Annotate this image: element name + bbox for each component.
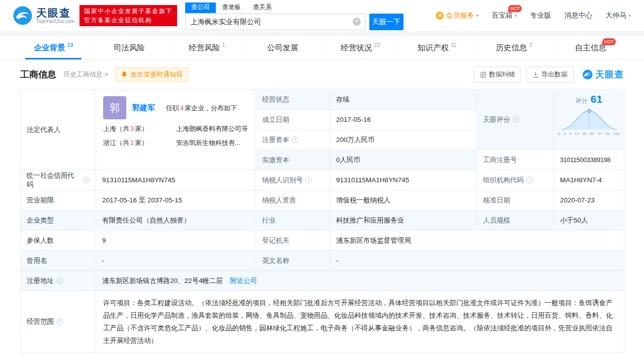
section-header: 工商信息 历史工商信息 > 发生变更时通知我 数据纠错 <box>20 60 624 89</box>
certification-badge-line1: 国家中小企业发展子基金旗下 <box>84 7 173 16</box>
export-data-button[interactable]: 导出数据 <box>526 66 574 83</box>
menu-pro-version[interactable]: 专业版 <box>530 11 551 20</box>
field-company-type-label: 企业类型 <box>21 210 96 231</box>
field-industry-value: 科技推广和应用服务业 <box>330 210 477 231</box>
chevron-down-icon: ▾ <box>628 13 631 18</box>
tianyancha-logo-icon <box>13 6 32 25</box>
score-value: 61 <box>591 93 602 105</box>
nav-tab-label: 历史信息 <box>496 43 527 53</box>
hot-badge: HOT <box>508 5 522 12</box>
nav-tab-company-development[interactable]: 公司发展 <box>246 36 323 59</box>
nav-tab-label: 司法风险 <box>114 43 145 53</box>
legal-rep-avatar[interactable]: 郭 <box>103 96 126 119</box>
nav-tab-count: 19 <box>67 42 73 48</box>
field-approved-key: 核准日期 <box>477 190 554 210</box>
search-tab-relation[interactable]: 查关系 <box>247 3 278 13</box>
tianyancha-watermark: 天眼查 <box>583 68 624 81</box>
related-company-link[interactable]: 安吉凯辰生物科技有... <box>176 138 240 148</box>
field-reg-no-key: 工商注册号 <box>477 150 554 170</box>
watermark-label: 天眼查 <box>595 68 624 81</box>
username: 大仲马 <box>605 11 626 20</box>
notify-on-change-button[interactable]: 发生变更时通知我 <box>115 67 188 82</box>
certification-badge: 国家中小企业发展子基金旗下 官方备案企业征信机构 <box>79 5 177 26</box>
field-staff-size-key: 人员规模 <box>477 210 554 231</box>
field-insured-label: 参保人数 <box>21 231 96 251</box>
field-former-name-label: 曾用名 <box>21 251 96 271</box>
related-company-link[interactable]: 上海朗枫香料有限公司等 <box>176 124 248 133</box>
field-scope-value: 许可项目：各类工程建设活动。（依法须经批准的项目，经相关部门批准后方可开展经营活… <box>96 291 624 353</box>
field-reg-capital-key: 注册资本? <box>256 130 330 150</box>
nav-tab-self-info[interactable]: 自主信息 HOT <box>552 36 629 59</box>
info-icon[interactable]: ? <box>305 177 312 183</box>
nearby-companies-link[interactable]: 附近公司 <box>230 276 257 285</box>
field-reg-no-value: 310115003389198 <box>554 150 624 170</box>
brand-domain: TianYanCha.com <box>36 19 74 24</box>
header-separator <box>0 31 644 36</box>
score-chart-cell: 评分 61 0131350859799100 <box>554 90 624 150</box>
field-org-code-key: 组织机构代码? <box>477 170 554 190</box>
tenure-region-row: 浙江（共1家） 安吉凯辰生物科技有... <box>103 138 249 148</box>
field-tax-id-value: 91310115MA1H8YN745 <box>330 170 477 190</box>
menu-message-center[interactable]: 消息中心 <box>564 11 592 20</box>
score-curve-chart <box>558 106 620 131</box>
chevron-down-icon: ▾ <box>476 13 478 18</box>
nav-tab-label: 经营风险 <box>189 43 220 53</box>
field-term-label: 营业期限 <box>21 190 96 210</box>
menu-vip-services[interactable]: ♛ 会员服务 ▾ <box>436 11 478 20</box>
menu-pro-label: 专业版 <box>530 11 551 20</box>
history-business-info-link[interactable]: 历史工商信息 > <box>63 70 108 79</box>
field-address-value: 浦东新区新场镇古博路20、22号4幢二层 附近公司 <box>96 271 624 291</box>
nav-tab-operation-risk[interactable]: 经营风险1 <box>169 36 246 59</box>
data-correction-label: 数据纠错 <box>489 70 515 79</box>
field-reg-capital-value: 200万人民币 <box>330 130 477 150</box>
field-industry-key: 行业 <box>256 210 330 231</box>
info-icon[interactable]: ? <box>56 319 63 325</box>
company-nav-tabs: 企业背景19 司法风险 经营风险1 公司发展 经营状况23 知识产权11 历史信… <box>0 36 644 60</box>
nav-tab-judicial-risk[interactable]: 司法风险 <box>92 36 169 59</box>
info-icon[interactable]: ? <box>526 177 533 183</box>
tianyancha-logo[interactable]: 天眼查 TianYanCha.com <box>13 6 74 25</box>
info-icon[interactable]: ? <box>83 177 90 183</box>
nav-tab-label: 公司发展 <box>267 43 298 53</box>
field-former-name-value: - <box>96 251 256 271</box>
field-score-key: 天眼评分? <box>477 90 554 150</box>
nav-tab-operation-status[interactable]: 经营状况23 <box>322 36 399 59</box>
info-icon[interactable]: ? <box>292 136 298 143</box>
field-status-key: 经营状态 <box>256 90 330 110</box>
nav-tab-label: 企业背景 <box>34 43 65 53</box>
info-icon[interactable]: ? <box>56 277 63 284</box>
field-address-label: 注册地址? <box>21 271 96 291</box>
nav-tab-label: 知识产权 <box>418 43 449 53</box>
search-tabs: 查公司 查老板 查关系 <box>185 3 404 13</box>
nav-tab-intellectual-property[interactable]: 知识产权11 <box>399 36 476 59</box>
search-button[interactable]: 天眼一下 <box>369 14 404 30</box>
nav-tab-history-info[interactable]: 历史信息3 <box>475 36 552 59</box>
nav-tab-company-background[interactable]: 企业背景19 <box>15 36 92 59</box>
section-title: 工商信息 <box>20 68 56 81</box>
legal-rep-name-link[interactable]: 郭建军 <box>132 103 155 112</box>
nav-tab-count: 23 <box>374 42 380 48</box>
field-paid-capital-key: 实缴资本 <box>256 150 330 170</box>
business-info-section: 工商信息 历史工商信息 > 发生变更时通知我 数据纠错 <box>0 60 644 360</box>
field-established-key: 成立日期 <box>256 110 330 130</box>
tianyancha-logo-icon <box>583 69 593 80</box>
search-tab-company[interactable]: 查公司 <box>185 3 216 13</box>
search-tab-boss[interactable]: 查老板 <box>216 3 247 13</box>
hot-badge: HOT <box>602 38 616 45</box>
brand-name: 天眼查 <box>36 7 74 19</box>
edit-document-icon <box>480 71 487 78</box>
data-correction-button[interactable]: 数据纠错 <box>474 66 521 83</box>
field-paid-capital-value: 0人民币 <box>330 150 477 170</box>
nav-tab-label: 经营状况 <box>341 43 372 53</box>
menu-user-account[interactable]: 大仲马 ▾ <box>605 11 631 20</box>
search-area: 查公司 查老板 查关系 × 天眼一下 <box>185 3 404 30</box>
info-icon[interactable]: ? <box>513 116 519 123</box>
menu-toolbox[interactable]: HOT 百宝箱 ▾ <box>492 11 517 20</box>
search-input[interactable] <box>185 14 365 30</box>
field-staff-size-value: 小于50人 <box>554 210 624 231</box>
crown-icon: ♛ <box>436 12 444 20</box>
field-registry-key: 登记机关 <box>256 231 330 251</box>
menu-toolbox-label: 百宝箱 <box>492 11 513 20</box>
legal-rep-tenure: 任职4家企业，分布如下 <box>166 104 237 112</box>
clear-search-icon[interactable]: × <box>353 18 361 26</box>
